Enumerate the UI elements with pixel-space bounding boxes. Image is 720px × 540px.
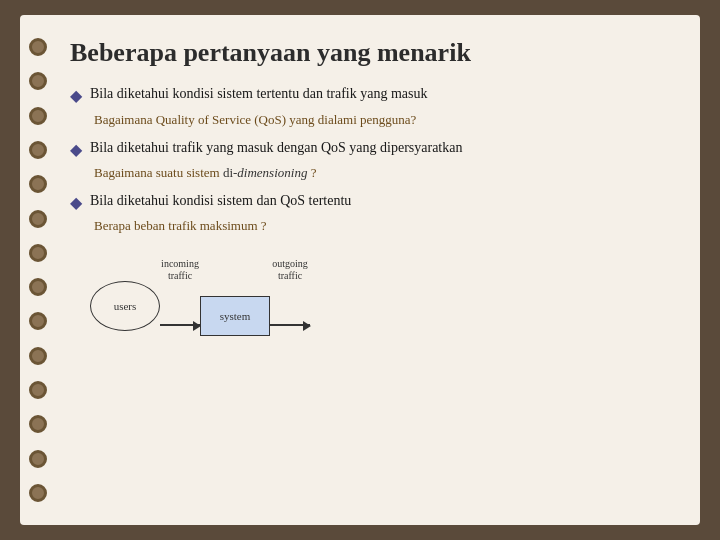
bullet-main-2: ◆ Bila diketahui trafik yang masuk denga… [70,138,670,161]
users-node: users [90,281,160,331]
outgoing-traffic-label: outgoingtraffic [272,254,308,282]
spiral-ring [29,72,47,90]
slide: Beberapa pertanyaan yang menarik ◆ Bila … [20,15,700,525]
diagram: users incomingtraffic system outgoingtra… [90,244,670,336]
spiral-ring [29,312,47,330]
spiral-ring [29,484,47,502]
bullet-section-1: ◆ Bila diketahui kondisi sistem tertentu… [70,84,670,127]
spiral-ring [29,381,47,399]
bullet-section-2: ◆ Bila diketahui trafik yang masuk denga… [70,138,670,181]
spiral-binding [20,15,55,525]
sub-text-3: Berapa beban trafik maksimum ? [94,218,670,234]
bullet-diamond-icon: ◆ [70,85,82,107]
spiral-ring [29,38,47,56]
arrow-to-system [160,300,200,326]
bullet-main-3: ◆ Bila diketahui kondisi sistem dan QoS … [70,191,670,214]
arrow-right-icon [160,324,200,326]
diagram-system-item: system [200,244,270,336]
incoming-traffic-item: incomingtraffic [160,254,200,326]
spiral-ring [29,210,47,228]
diagram-users-item: users [90,249,160,331]
spiral-ring [29,244,47,262]
bullet-diamond-icon: ◆ [70,139,82,161]
spiral-ring [29,450,47,468]
incoming-traffic-label: incomingtraffic [161,254,199,282]
system-node: system [200,296,270,336]
arrow-from-system [270,300,310,326]
spiral-ring [29,278,47,296]
bullet-diamond-icon: ◆ [70,192,82,214]
arrow-right-icon-2 [270,324,310,326]
slide-title: Beberapa pertanyaan yang menarik [70,37,670,68]
sub-text-1: Bagaimana Quality of Service (QoS) yang … [94,112,670,128]
outgoing-traffic-item: outgoingtraffic [270,254,310,326]
spiral-ring [29,347,47,365]
bullet-section-3: ◆ Bila diketahui kondisi sistem dan QoS … [70,191,670,234]
spiral-ring [29,107,47,125]
spiral-ring [29,141,47,159]
spiral-ring [29,415,47,433]
spiral-ring [29,175,47,193]
sub-text-2: Bagaimana suatu sistem di-dimensioning ? [94,165,670,181]
bullet-main-1: ◆ Bila diketahui kondisi sistem tertentu… [70,84,670,107]
